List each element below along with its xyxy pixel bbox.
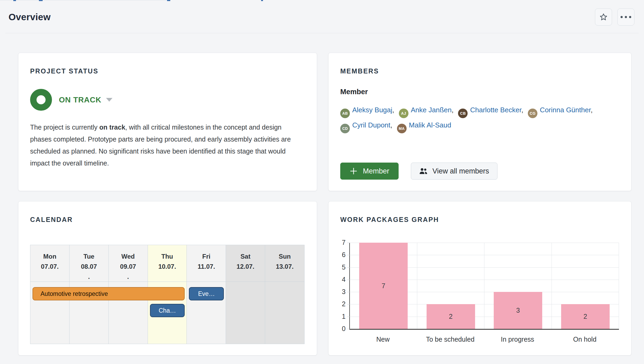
chart-plot-area: 012345677232 bbox=[349, 243, 619, 330]
calendar-day-date: 12.07. bbox=[226, 262, 265, 272]
x-axis-category-label: On hold bbox=[573, 336, 597, 343]
y-tick-label: 4 bbox=[335, 276, 346, 283]
y-tick bbox=[347, 329, 350, 329]
y-tick bbox=[347, 317, 350, 317]
calendar-event[interactable]: Eve… bbox=[189, 287, 224, 300]
chevron-down-icon[interactable] bbox=[106, 98, 112, 102]
clipped-content-remnant bbox=[261, 0, 263, 1]
calendar-day-date: . bbox=[109, 272, 148, 282]
chart-x-axis-labels: NewTo be scheduledIn progressOn hold bbox=[349, 333, 618, 346]
member-link-item: ABAleksy Bugaj, bbox=[340, 106, 399, 114]
member-separator: , bbox=[521, 106, 525, 114]
calendar-day-column bbox=[226, 282, 265, 344]
calendar-day-header: Wed09.07. bbox=[109, 245, 148, 282]
y-tick bbox=[347, 304, 350, 304]
project-status-row: ON TRACK bbox=[30, 89, 305, 111]
work-packages-graph-widget: WORK PACKAGES GRAPH 012345677232 NewTo b… bbox=[328, 201, 631, 355]
y-tick-label: 2 bbox=[335, 300, 346, 308]
member-link[interactable]: Aleksy Bugaj bbox=[352, 106, 392, 114]
calendar-day-name: Sat bbox=[226, 251, 265, 262]
calendar-day-date: . bbox=[70, 272, 108, 282]
member-link[interactable]: Charlotte Becker bbox=[470, 106, 521, 114]
member-avatar: CB bbox=[458, 109, 468, 118]
member-link[interactable]: Anke Janßen bbox=[411, 106, 452, 114]
bar-value-label: 7 bbox=[382, 282, 385, 290]
project-status-widget: PROJECT STATUS ON TRACK The project is c… bbox=[18, 53, 317, 191]
calendar-day-date: 09.07 bbox=[109, 262, 148, 272]
member-link-item: CGCorinna Günther, bbox=[528, 106, 595, 114]
people-icon bbox=[419, 168, 428, 175]
widget-title-work-packages-graph: WORK PACKAGES GRAPH bbox=[340, 216, 619, 224]
chart-bar: 2 bbox=[427, 304, 475, 329]
member-link-item: AJAnke Janßen, bbox=[399, 106, 458, 114]
calendar-event[interactable]: Cha… bbox=[150, 304, 185, 317]
member-separator: , bbox=[392, 106, 396, 114]
calendar-day-name: Wed bbox=[109, 251, 148, 262]
calendar-day-header: Sat12.07. bbox=[226, 245, 265, 282]
calendar-day-header: Thu10.07. bbox=[148, 245, 187, 282]
chart-bar: 7 bbox=[359, 243, 408, 329]
calendar-day-date: 08.07 bbox=[70, 262, 108, 272]
calendar-day-header: Mon07.07. bbox=[30, 245, 70, 282]
calendar-table: Mon07.07.Tue08.07.Wed09.07.Thu10.07.Fri1… bbox=[30, 245, 305, 344]
members-widget: MEMBERS Member ABAleksy Bugaj, AJAnke Ja… bbox=[328, 53, 631, 191]
member-separator: , bbox=[591, 106, 593, 114]
calendar-body: Automotive retrospectiveEve…Cha… bbox=[30, 282, 304, 344]
member-avatar: CG bbox=[528, 109, 537, 118]
calendar-day-name: Sun bbox=[265, 251, 304, 262]
member-role-label: Member bbox=[340, 88, 619, 96]
calendar-day-header: Tue08.07. bbox=[70, 245, 109, 282]
calendar-day-name: Fri bbox=[187, 251, 226, 262]
y-tick-label: 5 bbox=[335, 263, 346, 271]
calendar-day-date: 11.07. bbox=[187, 262, 226, 272]
clipped-content-remnant bbox=[13, 0, 16, 1]
member-separator: , bbox=[452, 106, 455, 114]
favorite-button[interactable] bbox=[595, 9, 612, 26]
member-avatar: CD bbox=[340, 124, 350, 133]
y-tick bbox=[347, 255, 350, 255]
member-separator: , bbox=[390, 121, 394, 129]
member-avatar: AB bbox=[340, 109, 350, 118]
status-description: The project is currently on track, with … bbox=[30, 121, 298, 169]
y-tick-label: 7 bbox=[335, 239, 346, 246]
x-axis-category-label: New bbox=[376, 336, 390, 343]
bar-value-label: 2 bbox=[584, 313, 587, 320]
calendar-day-header: Sun13.07. bbox=[265, 245, 304, 282]
calendar-day-header: Fri11.07. bbox=[187, 245, 226, 282]
member-buttons: Member View all members bbox=[340, 163, 497, 180]
calendar-event[interactable]: Automotive retrospective bbox=[33, 287, 185, 300]
member-link[interactable]: Malik Al-Saud bbox=[409, 121, 451, 129]
y-tick bbox=[347, 292, 350, 292]
member-link[interactable]: Cyril Dupont bbox=[352, 121, 390, 129]
widget-grid: PROJECT STATUS ON TRACK The project is c… bbox=[0, 33, 644, 355]
clipped-content-remnant bbox=[0, 0, 169, 0]
calendar-day-column bbox=[265, 282, 304, 344]
chart-bar: 2 bbox=[561, 304, 610, 329]
gridline bbox=[484, 243, 484, 329]
add-member-button[interactable]: Member bbox=[340, 163, 399, 180]
calendar-day-name: Thu bbox=[148, 251, 187, 262]
calendar-day-date: 07.07. bbox=[30, 262, 69, 272]
y-tick-label: 6 bbox=[335, 251, 346, 259]
calendar-widget: CALENDAR Mon07.07.Tue08.07.Wed09.07.Thu1… bbox=[18, 201, 317, 355]
calendar-day-name: Mon bbox=[30, 251, 69, 262]
status-donut-icon[interactable] bbox=[30, 89, 52, 111]
page-header: Overview bbox=[0, 0, 644, 26]
star-icon bbox=[599, 13, 608, 21]
member-link-item: CBCharlotte Becker, bbox=[458, 106, 528, 114]
member-link[interactable]: Corinna Günther bbox=[540, 106, 591, 114]
bar-chart: 012345677232 NewTo be scheduledIn progre… bbox=[349, 243, 619, 346]
widget-title-project-status: PROJECT STATUS bbox=[30, 67, 305, 75]
more-menu-button[interactable] bbox=[617, 9, 634, 26]
member-link-item: MAMalik Al-Saud bbox=[397, 121, 451, 129]
gridline bbox=[417, 243, 417, 329]
ellipsis-icon bbox=[621, 16, 631, 18]
clipped-content-remnant bbox=[167, 0, 170, 1]
y-tick-label: 3 bbox=[335, 288, 346, 296]
status-label[interactable]: ON TRACK bbox=[59, 96, 101, 104]
header-actions bbox=[595, 9, 634, 26]
gridline bbox=[619, 243, 619, 329]
clipped-content-remnant bbox=[39, 0, 43, 1]
calendar-header-row: Mon07.07.Tue08.07.Wed09.07.Thu10.07.Fri1… bbox=[30, 245, 304, 282]
view-all-members-button[interactable]: View all members bbox=[411, 163, 497, 180]
